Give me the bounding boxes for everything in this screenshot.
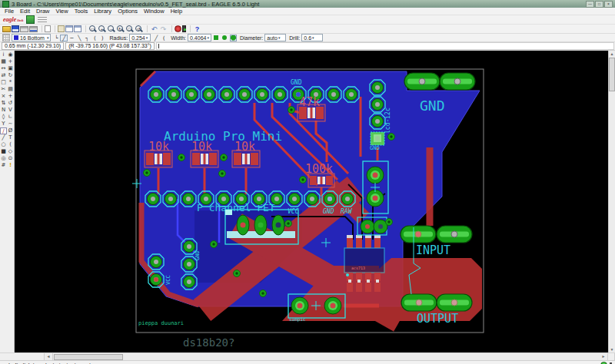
scroll-up-arrow[interactable]: ▲ — [609, 51, 615, 57]
label-10k-1[interactable]: 10k — [148, 140, 169, 154]
miter-style-1[interactable]: ( — [160, 35, 168, 41]
tool-ratsnest-icon[interactable]: # — [0, 162, 7, 169]
label-arduino-title[interactable]: Arduino Pro Mini — [164, 129, 282, 144]
tool-move-icon[interactable]: ↔ — [0, 65, 7, 72]
pad[interactable] — [326, 87, 341, 102]
zoom-out-icon[interactable]: − — [107, 25, 115, 33]
window-schematic-icon[interactable] — [65, 25, 73, 32]
save-icon[interactable] — [12, 25, 19, 32]
go-icon[interactable] — [182, 25, 186, 32]
wire-bend-style-1[interactable]: ╱ — [60, 35, 68, 41]
tool-pinswap-icon[interactable]: ⇅ — [0, 100, 7, 107]
label-gnd-via[interactable]: GND — [291, 79, 302, 86]
label-input[interactable]: INPUT — [416, 243, 450, 257]
tool-miter-icon[interactable]: ∟ — [7, 114, 14, 121]
pad[interactable] — [287, 191, 302, 207]
menu-window[interactable]: Window — [141, 8, 168, 15]
label-terminal-ref[interactable]: sampic — [289, 316, 306, 323]
label-gnd-top[interactable]: GND — [420, 98, 445, 114]
label-credit[interactable]: pieppa duunari — [138, 320, 184, 326]
pad[interactable] — [184, 87, 199, 102]
wire-bend-style-0[interactable]: └ — [52, 35, 60, 41]
pad[interactable] — [181, 274, 197, 290]
horizontal-scroll-track[interactable] — [53, 353, 600, 360]
pad[interactable] — [370, 80, 385, 95]
print-icon[interactable] — [20, 26, 28, 32]
tool-errors-icon[interactable]: ! — [7, 162, 14, 169]
via-shape-octagon-button[interactable] — [230, 35, 237, 41]
label-gnd-vertical[interactable]: GND — [194, 250, 201, 260]
label-lcd-i2c[interactable]: lcd-i2c — [384, 108, 391, 134]
zoom-select-icon[interactable]: □ — [125, 25, 134, 33]
tool-add-icon[interactable]: + — [7, 93, 14, 100]
tool-show-icon[interactable]: ◉ — [7, 51, 14, 58]
zoom-redraw-icon[interactable]: ↻ — [116, 25, 125, 33]
tool-display-icon[interactable]: ▦ — [0, 58, 7, 65]
pad[interactable] — [216, 191, 231, 207]
menu-help[interactable]: Help — [168, 8, 185, 15]
pad[interactable] — [234, 191, 249, 207]
menu-options[interactable]: Options — [115, 8, 141, 15]
via-shape-round-button[interactable] — [221, 35, 228, 41]
miter-style-0[interactable]: ╱ — [152, 35, 160, 41]
tool-replace-icon[interactable]: ↺ — [7, 100, 14, 107]
label-lcd-gnd[interactable]: GND — [370, 145, 380, 151]
command-line-input[interactable] — [156, 42, 614, 50]
ulp-icon[interactable] — [45, 25, 51, 32]
close-button[interactable]: × — [604, 1, 613, 8]
gnd-terminal[interactable] — [404, 73, 475, 90]
undo-icon[interactable]: ↶ — [150, 25, 158, 33]
menu-view[interactable]: View — [53, 8, 71, 15]
zoom-fit-icon[interactable]: ▭ — [88, 25, 97, 33]
wire-bend-style-3[interactable]: ╲ — [75, 35, 83, 41]
tool-optimize-icon[interactable]: ~ — [7, 121, 14, 127]
open-icon[interactable] — [2, 26, 11, 32]
tool-info-icon[interactable]: i — [0, 51, 7, 58]
pad[interactable] — [370, 114, 385, 129]
pad[interactable] — [237, 87, 252, 102]
board-canvas[interactable]: P channel FET — [15, 51, 608, 352]
tool-paste-icon[interactable]: ▤ — [7, 86, 14, 93]
pad[interactable] — [219, 87, 234, 102]
tool-wire-icon[interactable]: ╱ — [0, 134, 7, 141]
grid-icon[interactable] — [2, 34, 10, 41]
clipboard-icon[interactable] — [58, 25, 65, 32]
pad[interactable] — [304, 191, 320, 207]
label-47k[interactable]: 47k — [299, 95, 320, 109]
redo-icon[interactable]: ↷ — [159, 25, 168, 33]
tool-route-icon[interactable]: / — [0, 127, 7, 134]
pad[interactable] — [340, 191, 355, 207]
menu-edit[interactable]: Edit — [17, 8, 33, 15]
label-10k-2[interactable]: 10k — [191, 140, 212, 154]
tool-split-icon[interactable]: Y — [0, 121, 7, 127]
pad[interactable] — [367, 167, 384, 184]
tool-mirror-icon[interactable]: ⇄ — [0, 72, 7, 79]
tool-polygon-icon[interactable]: ◇ — [7, 148, 14, 155]
maximize-button[interactable]: □ — [595, 1, 603, 8]
help-icon[interactable]: ? — [193, 25, 201, 33]
via-shape-square-button[interactable] — [213, 35, 220, 41]
tool-arc-icon[interactable]: ( — [7, 141, 14, 148]
pcb-service-icon[interactable] — [26, 15, 35, 24]
menu-draw[interactable]: Draw — [33, 8, 53, 15]
tool-group-icon[interactable]: □ — [0, 79, 7, 86]
label-vcc-vertical[interactable]: VCC — [165, 275, 171, 285]
pcb-drawing[interactable]: P channel FET — [15, 51, 610, 352]
menu-file[interactable]: File — [2, 8, 17, 15]
scroll-down-arrow[interactable]: ▼ — [609, 346, 615, 352]
cam-icon[interactable] — [29, 26, 38, 32]
tool-delete-icon[interactable]: × — [0, 93, 7, 100]
wire-bend-style-5[interactable]: ( — [91, 35, 98, 41]
stop-icon[interactable] — [175, 25, 181, 32]
radius-value[interactable]: 0.254 — [129, 34, 151, 41]
input-terminal[interactable] — [401, 226, 472, 243]
pad[interactable] — [251, 191, 267, 207]
pad[interactable] — [145, 191, 161, 207]
menu-library[interactable]: Library — [91, 8, 115, 15]
scroll-right-arrow[interactable]: ► — [600, 353, 608, 360]
pad[interactable] — [201, 87, 217, 102]
scroll-left-arrow[interactable]: ◄ — [45, 353, 53, 360]
tool-smash-icon[interactable]: ◊ — [0, 114, 7, 121]
label-100k[interactable]: 100k — [305, 162, 333, 176]
label-10k-3[interactable]: 10k — [234, 140, 255, 154]
